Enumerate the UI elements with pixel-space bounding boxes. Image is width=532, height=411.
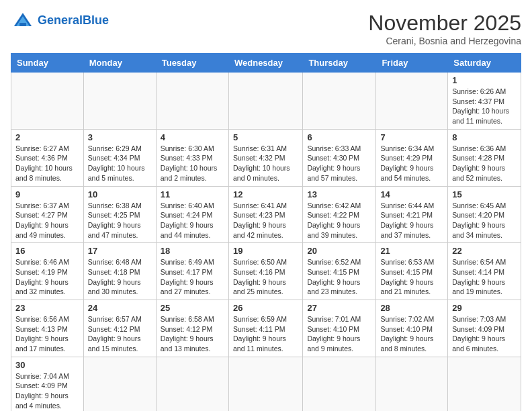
weekday-header-wednesday: Wednesday bbox=[228, 54, 302, 73]
calendar-cell-w4d5: 28Sunrise: 7:02 AM Sunset: 4:10 PM Dayli… bbox=[376, 300, 448, 357]
day-number: 30 bbox=[15, 360, 79, 370]
calendar-cell-w1d3: 5Sunrise: 6:31 AM Sunset: 4:32 PM Daylig… bbox=[228, 129, 302, 186]
calendar-cell-w5d5 bbox=[376, 357, 448, 411]
day-info: Sunrise: 7:01 AM Sunset: 4:10 PM Dayligh… bbox=[307, 314, 371, 354]
calendar-week-3: 16Sunrise: 6:46 AM Sunset: 4:19 PM Dayli… bbox=[11, 243, 521, 300]
day-info: Sunrise: 6:41 AM Sunset: 4:23 PM Dayligh… bbox=[233, 201, 298, 240]
calendar-cell-w0d0 bbox=[11, 73, 84, 130]
calendar-cell-w0d1 bbox=[83, 73, 156, 130]
day-info: Sunrise: 6:31 AM Sunset: 4:32 PM Dayligh… bbox=[233, 144, 298, 183]
day-info: Sunrise: 6:40 AM Sunset: 4:24 PM Dayligh… bbox=[161, 201, 224, 240]
day-info: Sunrise: 6:57 AM Sunset: 4:12 PM Dayligh… bbox=[88, 314, 152, 354]
day-number: 13 bbox=[307, 189, 371, 199]
calendar-cell-w1d0: 2Sunrise: 6:27 AM Sunset: 4:36 PM Daylig… bbox=[11, 129, 84, 186]
day-number: 15 bbox=[452, 189, 517, 199]
calendar-cell-w0d4 bbox=[303, 73, 376, 130]
day-info: Sunrise: 6:30 AM Sunset: 4:33 PM Dayligh… bbox=[161, 144, 224, 183]
weekday-header-tuesday: Tuesday bbox=[156, 54, 228, 73]
calendar-cell-w5d6 bbox=[448, 357, 521, 411]
day-number: 25 bbox=[161, 303, 224, 313]
weekday-header-thursday: Thursday bbox=[303, 54, 376, 73]
calendar-week-4: 23Sunrise: 6:56 AM Sunset: 4:13 PM Dayli… bbox=[11, 300, 521, 357]
calendar-cell-w2d0: 9Sunrise: 6:37 AM Sunset: 4:27 PM Daylig… bbox=[11, 186, 84, 243]
calendar-cell-w0d6: 1Sunrise: 6:26 AM Sunset: 4:37 PM Daylig… bbox=[448, 73, 521, 130]
weekday-header-row: SundayMondayTuesdayWednesdayThursdayFrid… bbox=[11, 54, 521, 73]
day-number: 21 bbox=[380, 246, 443, 256]
calendar-header: SundayMondayTuesdayWednesdayThursdayFrid… bbox=[11, 54, 521, 73]
day-info: Sunrise: 6:42 AM Sunset: 4:22 PM Dayligh… bbox=[307, 201, 371, 240]
day-info: Sunrise: 6:50 AM Sunset: 4:16 PM Dayligh… bbox=[233, 257, 298, 297]
calendar-cell-w3d2: 18Sunrise: 6:49 AM Sunset: 4:17 PM Dayli… bbox=[156, 243, 228, 300]
day-number: 7 bbox=[380, 132, 443, 142]
calendar-cell-w0d2 bbox=[156, 73, 228, 130]
calendar-cell-w4d6: 29Sunrise: 7:03 AM Sunset: 4:09 PM Dayli… bbox=[448, 300, 521, 357]
calendar-cell-w4d4: 27Sunrise: 7:01 AM Sunset: 4:10 PM Dayli… bbox=[303, 300, 376, 357]
weekday-header-friday: Friday bbox=[376, 54, 448, 73]
day-number: 22 bbox=[452, 246, 517, 256]
calendar-cell-w0d5 bbox=[376, 73, 448, 130]
day-info: Sunrise: 6:27 AM Sunset: 4:36 PM Dayligh… bbox=[15, 144, 79, 183]
day-info: Sunrise: 6:53 AM Sunset: 4:15 PM Dayligh… bbox=[380, 257, 443, 297]
day-number: 11 bbox=[161, 189, 224, 199]
calendar-cell-w4d2: 25Sunrise: 6:58 AM Sunset: 4:12 PM Dayli… bbox=[156, 300, 228, 357]
day-number: 23 bbox=[15, 303, 79, 313]
calendar-cell-w4d0: 23Sunrise: 6:56 AM Sunset: 4:13 PM Dayli… bbox=[11, 300, 84, 357]
calendar-cell-w2d6: 15Sunrise: 6:45 AM Sunset: 4:20 PM Dayli… bbox=[448, 186, 521, 243]
calendar-week-1: 2Sunrise: 6:27 AM Sunset: 4:36 PM Daylig… bbox=[11, 129, 521, 186]
day-info: Sunrise: 6:44 AM Sunset: 4:21 PM Dayligh… bbox=[380, 201, 443, 240]
day-number: 17 bbox=[88, 246, 152, 256]
weekday-header-saturday: Saturday bbox=[448, 54, 521, 73]
day-number: 19 bbox=[233, 246, 298, 256]
day-number: 24 bbox=[88, 303, 152, 313]
calendar-cell-w3d6: 22Sunrise: 6:54 AM Sunset: 4:14 PM Dayli… bbox=[448, 243, 521, 300]
calendar-cell-w2d1: 10Sunrise: 6:38 AM Sunset: 4:25 PM Dayli… bbox=[83, 186, 156, 243]
day-number: 6 bbox=[307, 132, 371, 142]
calendar-cell-w4d1: 24Sunrise: 6:57 AM Sunset: 4:12 PM Dayli… bbox=[83, 300, 156, 357]
day-info: Sunrise: 6:26 AM Sunset: 4:37 PM Dayligh… bbox=[452, 87, 517, 126]
day-info: Sunrise: 6:29 AM Sunset: 4:34 PM Dayligh… bbox=[88, 144, 152, 183]
calendar-week-0: 1Sunrise: 6:26 AM Sunset: 4:37 PM Daylig… bbox=[11, 73, 521, 130]
calendar-cell-w1d2: 4Sunrise: 6:30 AM Sunset: 4:33 PM Daylig… bbox=[156, 129, 228, 186]
calendar-cell-w5d2 bbox=[156, 357, 228, 411]
day-info: Sunrise: 6:38 AM Sunset: 4:25 PM Dayligh… bbox=[88, 201, 152, 240]
day-info: Sunrise: 6:46 AM Sunset: 4:19 PM Dayligh… bbox=[15, 257, 79, 297]
day-number: 12 bbox=[233, 189, 298, 199]
calendar-cell-w3d4: 20Sunrise: 6:52 AM Sunset: 4:15 PM Dayli… bbox=[303, 243, 376, 300]
day-info: Sunrise: 6:49 AM Sunset: 4:17 PM Dayligh… bbox=[161, 257, 224, 297]
day-number: 5 bbox=[233, 132, 298, 142]
day-info: Sunrise: 7:02 AM Sunset: 4:10 PM Dayligh… bbox=[380, 314, 443, 354]
day-number: 27 bbox=[307, 303, 371, 313]
day-number: 14 bbox=[380, 189, 443, 199]
day-info: Sunrise: 6:37 AM Sunset: 4:27 PM Dayligh… bbox=[15, 201, 79, 240]
day-info: Sunrise: 6:34 AM Sunset: 4:29 PM Dayligh… bbox=[380, 144, 443, 183]
day-info: Sunrise: 6:48 AM Sunset: 4:18 PM Dayligh… bbox=[88, 257, 152, 297]
calendar-cell-w2d2: 11Sunrise: 6:40 AM Sunset: 4:24 PM Dayli… bbox=[156, 186, 228, 243]
calendar-week-5: 30Sunrise: 7:04 AM Sunset: 4:09 PM Dayli… bbox=[11, 357, 521, 411]
day-info: Sunrise: 6:59 AM Sunset: 4:11 PM Dayligh… bbox=[233, 314, 298, 354]
day-number: 8 bbox=[452, 132, 517, 142]
svg-rect-3 bbox=[19, 23, 26, 26]
calendar-week-2: 9Sunrise: 6:37 AM Sunset: 4:27 PM Daylig… bbox=[11, 186, 521, 243]
weekday-header-sunday: Sunday bbox=[11, 54, 84, 73]
calendar-cell-w1d5: 7Sunrise: 6:34 AM Sunset: 4:29 PM Daylig… bbox=[376, 129, 448, 186]
calendar-cell-w2d3: 12Sunrise: 6:41 AM Sunset: 4:23 PM Dayli… bbox=[228, 186, 302, 243]
day-number: 2 bbox=[15, 132, 79, 142]
day-info: Sunrise: 7:03 AM Sunset: 4:09 PM Dayligh… bbox=[452, 314, 517, 354]
calendar-body: 1Sunrise: 6:26 AM Sunset: 4:37 PM Daylig… bbox=[11, 73, 521, 412]
calendar-cell-w3d0: 16Sunrise: 6:46 AM Sunset: 4:19 PM Dayli… bbox=[11, 243, 84, 300]
logo-icon bbox=[11, 11, 35, 30]
calendar-cell-w3d1: 17Sunrise: 6:48 AM Sunset: 4:18 PM Dayli… bbox=[83, 243, 156, 300]
weekday-header-monday: Monday bbox=[83, 54, 156, 73]
calendar-cell-w4d3: 26Sunrise: 6:59 AM Sunset: 4:11 PM Dayli… bbox=[228, 300, 302, 357]
month-title: November 2025 bbox=[368, 11, 521, 36]
calendar-cell-w0d3 bbox=[228, 73, 302, 130]
calendar-cell-w3d3: 19Sunrise: 6:50 AM Sunset: 4:16 PM Dayli… bbox=[228, 243, 302, 300]
day-info: Sunrise: 6:36 AM Sunset: 4:28 PM Dayligh… bbox=[452, 144, 517, 183]
day-info: Sunrise: 6:54 AM Sunset: 4:14 PM Dayligh… bbox=[452, 257, 517, 297]
calendar-cell-w5d3 bbox=[228, 357, 302, 411]
calendar-cell-w1d4: 6Sunrise: 6:33 AM Sunset: 4:30 PM Daylig… bbox=[303, 129, 376, 186]
day-number: 3 bbox=[88, 132, 152, 142]
day-number: 1 bbox=[452, 75, 517, 85]
day-info: Sunrise: 6:52 AM Sunset: 4:15 PM Dayligh… bbox=[307, 257, 371, 297]
day-info: Sunrise: 7:04 AM Sunset: 4:09 PM Dayligh… bbox=[15, 371, 79, 411]
